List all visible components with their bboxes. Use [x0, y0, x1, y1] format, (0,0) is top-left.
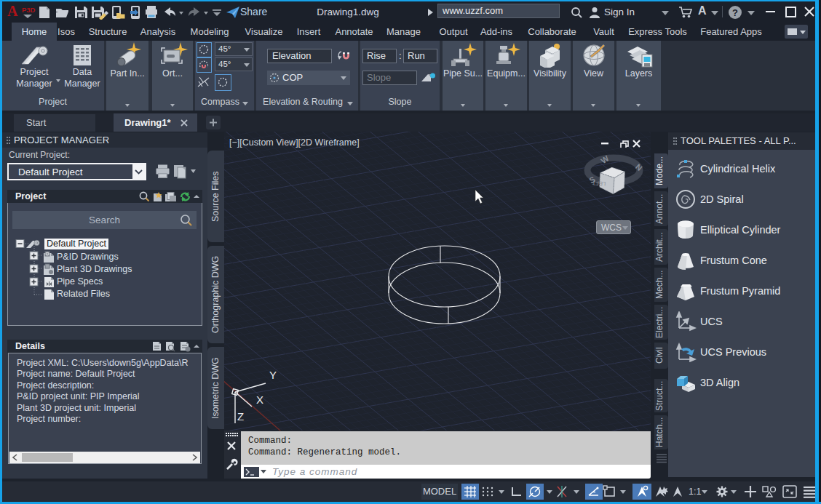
svg-text:LEFT: LEFT [592, 180, 606, 188]
svg-text:X: X [256, 393, 263, 406]
svg-text:Z: Z [237, 410, 244, 423]
svg-text:?: ? [732, 7, 738, 18]
svg-text:Y: Y [269, 369, 277, 381]
